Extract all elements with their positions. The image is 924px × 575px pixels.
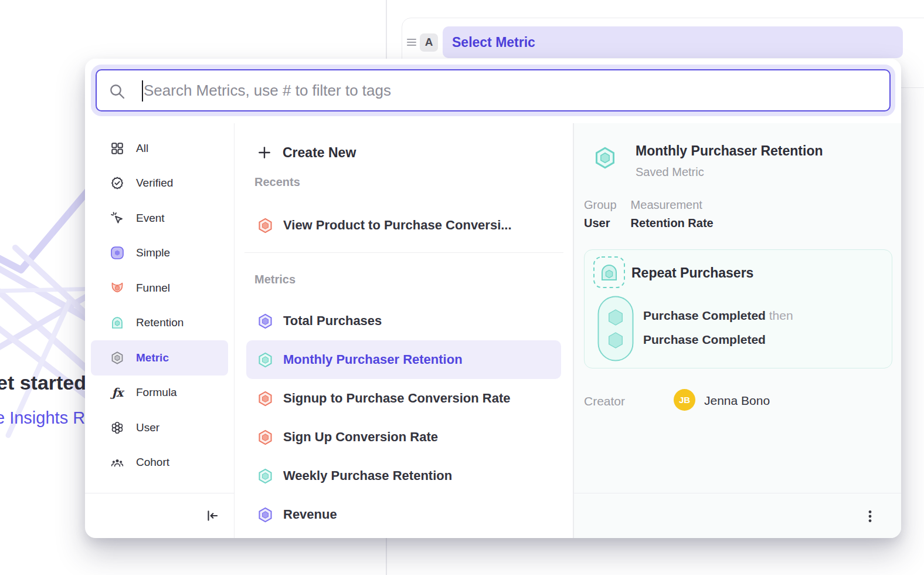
simple-metric-icon	[257, 313, 274, 330]
metric-label: Signup to Purchase Conversion Rate	[283, 391, 511, 406]
more-options-icon[interactable]	[862, 509, 878, 526]
search-input[interactable]	[97, 70, 889, 110]
recent-item-label: View Product to Purchase Conversi...	[283, 218, 512, 233]
retention-metric-icon	[257, 468, 274, 485]
search-section	[85, 59, 901, 123]
simple-metric-icon	[110, 246, 124, 260]
metric-label: Total Purchases	[283, 313, 382, 329]
group-value: User	[584, 217, 617, 230]
saved-retention-report-icon	[593, 256, 626, 291]
sidebar-item-label: Formula	[136, 386, 177, 399]
retention-steps-pill	[597, 296, 634, 364]
retention-metric-icon	[110, 316, 124, 330]
user-cluster-icon	[110, 421, 124, 435]
background-headline-fragment: et started.	[0, 371, 92, 394]
series-a-badge[interactable]: A	[420, 33, 438, 52]
metrics-section-label: Metrics	[254, 273, 573, 286]
funnel-metric-icon	[257, 217, 274, 234]
sidebar-item-verified[interactable]: Verified	[91, 166, 228, 201]
detail-subtitle: Saved Metric	[636, 165, 704, 179]
sidebar-item-label: Simple	[136, 246, 170, 259]
sidebar-item-cohort[interactable]: Cohort	[91, 445, 228, 481]
retention-metric-icon	[257, 351, 274, 368]
saved-metric-definition-card: Repeat Purchasers Purchase Completed the…	[584, 249, 892, 368]
sidebar-item-metric[interactable]: Metric	[91, 340, 228, 376]
measurement-label: Measurement	[631, 198, 714, 212]
metric-detail-panel: Monthly Purchaser Retention Saved Metric…	[573, 123, 901, 538]
creator-label: Creator	[584, 394, 625, 408]
saved-metric-card-title: Repeat Purchasers	[631, 265, 753, 281]
create-new-button[interactable]: Create New	[257, 139, 573, 166]
search-box	[96, 69, 891, 111]
metric-list-item[interactable]: Total Purchases	[246, 302, 561, 340]
sidebar-item-label: Funnel	[136, 282, 170, 295]
recents-section-label: Recents	[254, 175, 573, 189]
metric-selector-modal: All Verified	[85, 59, 901, 538]
verified-badge-icon	[110, 176, 124, 190]
sidebar-item-all[interactable]: All	[91, 131, 228, 166]
sidebar-item-label: Cohort	[136, 456, 169, 469]
sidebar-footer	[85, 493, 234, 538]
sidebar-item-label: Event	[136, 212, 165, 225]
recent-item[interactable]: View Product to Purchase Conversi...	[235, 208, 573, 243]
metric-hexagon-icon	[110, 351, 124, 365]
type-filter-sidebar: All Verified	[85, 123, 235, 538]
retention-metric-icon	[593, 146, 617, 170]
metric-list-item[interactable]: Sign Up Conversion Rate	[246, 418, 561, 456]
sidebar-item-label: Verified	[136, 177, 173, 190]
detail-title: Monthly Purchaser Retention	[636, 143, 823, 159]
event-cursor-icon	[110, 211, 124, 225]
plus-icon	[257, 145, 272, 160]
cohort-people-icon	[110, 455, 124, 469]
metric-list-item[interactable]: Weekly Purchase Retention	[246, 456, 561, 495]
funnel-metric-icon	[257, 390, 274, 407]
metric-label: Revenue	[283, 507, 337, 522]
metric-list-column: Create New Recents View Product to Purch…	[235, 123, 573, 538]
collapse-sidebar-icon[interactable]	[205, 508, 220, 526]
sidebar-item-retention[interactable]: Retention	[91, 306, 228, 341]
group-label: Group	[584, 198, 617, 212]
sidebar-item-formula[interactable]: ƒx Formula	[91, 376, 228, 411]
select-metric-pill[interactable]: Select Metric	[443, 26, 903, 58]
measurement-value: Retention Rate	[631, 217, 714, 230]
sidebar-item-event[interactable]: Event	[91, 201, 228, 236]
create-new-label: Create New	[283, 145, 356, 161]
metrics-list: Total Purchases Monthly Purchaser Retent…	[235, 302, 573, 534]
sidebar-item-simple[interactable]: Simple	[91, 236, 228, 271]
simple-metric-icon	[257, 506, 274, 523]
metric-list-item[interactable]: Signup to Purchase Conversion Rate	[246, 379, 561, 418]
list-divider	[244, 252, 563, 253]
creator-avatar: JB	[674, 389, 695, 411]
screen: et started. e Insights Re A Select Metri…	[0, 0, 924, 575]
sidebar-item-user[interactable]: User	[91, 410, 228, 445]
drag-handle-icon[interactable]	[407, 39, 416, 46]
funnel-metric-icon	[110, 281, 124, 295]
formula-icon: ƒx	[110, 385, 124, 400]
retention-step-2: Purchase Completed	[643, 333, 766, 347]
grid-icon	[110, 141, 124, 155]
metric-list-item[interactable]: Revenue	[246, 495, 561, 534]
metric-label: Monthly Purchaser Retention	[283, 352, 463, 367]
funnel-metric-icon	[257, 429, 274, 446]
sidebar-item-label: Metric	[136, 351, 169, 364]
metric-label: Weekly Purchase Retention	[283, 468, 452, 483]
creator-name: Jenna Bono	[704, 394, 770, 408]
sidebar-item-label: All	[136, 142, 148, 155]
detail-footer	[574, 493, 901, 538]
metric-label: Sign Up Conversion Rate	[283, 429, 438, 445]
sidebar-item-label: Retention	[136, 316, 184, 329]
detail-meta: Group User Measurement Retention Rate	[584, 198, 714, 230]
background-insights-link[interactable]: e Insights Re	[0, 408, 94, 428]
metric-list-item-selected[interactable]: Monthly Purchaser Retention	[246, 340, 561, 379]
retention-step-1: Purchase Completed then	[643, 309, 793, 323]
step-connector: then	[769, 309, 793, 322]
sidebar-item-funnel[interactable]: Funnel	[91, 270, 228, 306]
sidebar-item-label: User	[136, 421, 159, 434]
